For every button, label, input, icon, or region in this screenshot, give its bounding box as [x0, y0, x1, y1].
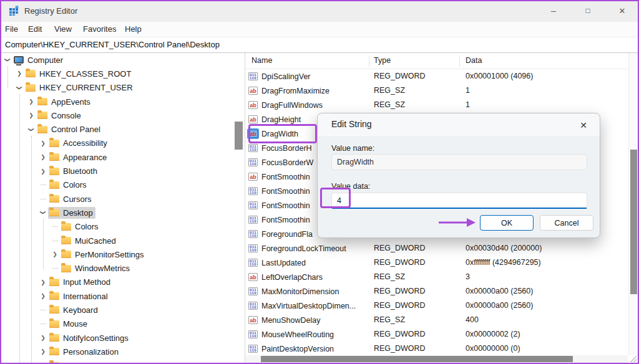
menu-item-favorites[interactable]: Favorites	[83, 22, 116, 37]
folder-icon	[61, 237, 71, 244]
registry-value-row-paintdesktopversion[interactable]: PaintDesktopVersionREG_DWORD0x00000000 (…	[246, 342, 628, 356]
tree-item-control-panel[interactable]: ❯Control Panel	[0, 122, 245, 136]
folder-icon	[49, 320, 59, 328]
registry-value-row-foregroundlocktimeout[interactable]: ForegroundLockTimeoutREG_DWORD0x00030d40…	[246, 241, 628, 256]
chevron-right-icon[interactable]: ❯	[26, 98, 36, 105]
ok-button[interactable]: OK	[480, 215, 534, 231]
chevron-right-icon[interactable]: ❯	[38, 335, 48, 341]
value-data: 1	[466, 84, 470, 98]
value-type: REG_DWORD	[374, 69, 426, 84]
menu-bar: FileEditViewFavoritesHelp	[0, 22, 639, 37]
registry-value-row-lastupdated[interactable]: LastUpdatedREG_DWORD0xffffffff (42949672…	[246, 256, 628, 270]
address-bar[interactable]: Computer\HKEY_CURRENT_USER\Control Panel…	[0, 37, 639, 53]
tree-item-computer[interactable]: ❯Computer	[0, 53, 245, 67]
tree-item-muicached[interactable]: MuiCached	[0, 234, 245, 247]
column-separator[interactable]	[369, 55, 369, 67]
value-name: MouseWheelRouting	[261, 330, 334, 339]
chevron-right-icon[interactable]: ❯	[38, 140, 48, 146]
reg-sz-icon	[248, 316, 258, 324]
chevron-down-icon[interactable]: ❯	[40, 208, 46, 218]
tree-item-notifyiconsettings[interactable]: ❯NotifyIconSettings	[0, 331, 245, 345]
registry-value-row-mousewheelrouting[interactable]: MouseWheelRoutingREG_DWORD0x00000002 (2)	[246, 327, 628, 342]
list-vertical-scrollbar-thumb[interactable]	[630, 150, 637, 294]
column-header-type[interactable]: Type	[374, 53, 391, 69]
column-header-name[interactable]: Name	[251, 53, 272, 69]
dialog-title: Edit String	[331, 119, 372, 129]
value-data: 0x00000a00 (2560)	[466, 284, 533, 299]
chevron-down-icon[interactable]: ❯	[16, 83, 22, 93]
value-type: REG_SZ	[374, 84, 405, 98]
chevron-right-icon[interactable]: ❯	[38, 168, 48, 175]
chevron-right-icon[interactable]: ❯	[26, 112, 36, 118]
menu-item-file[interactable]: File	[5, 22, 18, 37]
tree-item-label: AppEvents	[51, 97, 90, 107]
tree-guide-stub	[50, 268, 60, 269]
resize-grip[interactable]	[630, 356, 637, 362]
tree-item-colors[interactable]: Colors	[0, 220, 245, 234]
column-header-data[interactable]: Data	[466, 53, 482, 69]
registry-editor-window: Registry Editor – □ ✕ FileEditViewFavori…	[0, 0, 639, 364]
list-horizontal-scrollbar-thumb[interactable]	[261, 356, 573, 362]
value-data: 0xffffffff (4294967295)	[466, 256, 541, 270]
tree-item-mouse[interactable]: Mouse	[0, 317, 245, 331]
chevron-right-icon[interactable]: ❯	[38, 293, 48, 299]
menu-item-help[interactable]: Help	[125, 22, 142, 37]
tree-item-keyboard[interactable]: Keyboard	[0, 303, 245, 317]
tree-item-appevents[interactable]: ❯AppEvents	[0, 95, 245, 108]
value-name-field[interactable]: DragWidth	[331, 154, 587, 170]
registry-value-row-maxvirtualdesktopdimen-[interactable]: MaxVirtualDesktopDimen...REG_DWORD0x0000…	[246, 299, 628, 313]
registry-value-row-dragfullwindows[interactable]: DragFullWindowsREG_SZ1	[246, 98, 628, 112]
tree-item-label: MuiCached	[75, 236, 116, 246]
chevron-right-icon[interactable]: ❯	[38, 348, 48, 355]
edit-string-dialog: Edit String ✕ Value name: DragWidth Valu…	[317, 113, 600, 238]
tree-item-input-method[interactable]: ❯Input Method	[0, 275, 245, 289]
registry-value-row-leftoverlapchars[interactable]: LeftOverlapCharsREG_SZ3	[246, 270, 628, 284]
dialog-title-bar: Edit String ✕	[318, 113, 600, 137]
cancel-button[interactable]: Cancel	[540, 215, 593, 231]
chevron-right-icon[interactable]: ❯	[38, 154, 48, 160]
list-horizontal-scrollbar[interactable]	[246, 355, 628, 363]
tree-item-windowmetrics[interactable]: WindowMetrics	[0, 261, 245, 275]
registry-editor-app-icon	[9, 6, 19, 16]
tree-item-hkey_classes_root[interactable]: ❯HKEY_CLASSES_ROOT	[0, 67, 245, 80]
tree-item-partial[interactable]: ❯	[0, 359, 245, 364]
maximize-icon[interactable]: □	[573, 0, 602, 22]
chevron-down-icon[interactable]: ❯	[28, 125, 34, 135]
tree-item-appearance[interactable]: ❯Appearance	[0, 150, 245, 164]
value-data: 0x00000000 (0)	[466, 342, 520, 356]
menu-item-edit[interactable]: Edit	[28, 22, 42, 37]
chevron-right-icon[interactable]: ❯	[50, 251, 60, 257]
tree-item-bluetooth[interactable]: ❯Bluetooth	[0, 164, 245, 178]
column-separator[interactable]	[459, 55, 460, 67]
close-icon[interactable]: ✕	[608, 0, 637, 22]
chevron-down-icon[interactable]: ❯	[4, 55, 11, 65]
tree-item-colors[interactable]: Colors	[0, 178, 245, 192]
tree-item-international[interactable]: ❯International	[0, 289, 245, 303]
registry-value-row-dpiscalingver[interactable]: DpiScalingVerREG_DWORD0x00001000 (4096)	[246, 69, 628, 84]
tree-item-permonitorsettings[interactable]: ❯PerMonitorSettings	[0, 247, 245, 261]
value-name: FontSmoothin	[261, 216, 310, 224]
tree-item-personalization[interactable]: ❯Personalization	[0, 345, 245, 358]
tree-item-accessibility[interactable]: ❯Accessibility	[0, 136, 245, 150]
tree-item-desktop[interactable]: ❯Desktop	[0, 206, 245, 219]
list-vertical-scrollbar[interactable]	[628, 53, 638, 355]
value-type: REG_DWORD	[374, 256, 426, 270]
chevron-right-icon[interactable]: ❯	[14, 70, 24, 77]
registry-value-row-menushowdelay[interactable]: MenuShowDelayREG_SZ400	[246, 313, 628, 327]
tree-item-hkey_current_user[interactable]: ❯HKEY_CURRENT_USER	[0, 81, 245, 95]
registry-value-row-dragfrommaximize[interactable]: DragFromMaximizeREG_SZ1	[246, 84, 628, 98]
tree-item-console[interactable]: ❯Console	[0, 108, 245, 122]
address-path: Computer\HKEY_CURRENT_USER\Control Panel…	[5, 37, 220, 52]
folder-icon	[49, 153, 59, 161]
folder-icon	[49, 140, 59, 147]
dialog-close-icon[interactable]: ✕	[576, 118, 591, 133]
value-data-input[interactable]: 4	[331, 193, 587, 209]
minimize-icon[interactable]: –	[539, 0, 568, 22]
registry-value-row-maxmonitordimension[interactable]: MaxMonitorDimensionREG_DWORD0x00000a00 (…	[246, 284, 628, 299]
tree-item-cursors[interactable]: Cursors	[0, 192, 245, 206]
reg-dword-icon	[248, 302, 258, 310]
chevron-right-icon[interactable]: ❯	[38, 279, 48, 285]
reg-sz-icon	[248, 173, 258, 181]
folder-icon	[49, 168, 59, 175]
menu-item-view[interactable]: View	[54, 22, 72, 37]
